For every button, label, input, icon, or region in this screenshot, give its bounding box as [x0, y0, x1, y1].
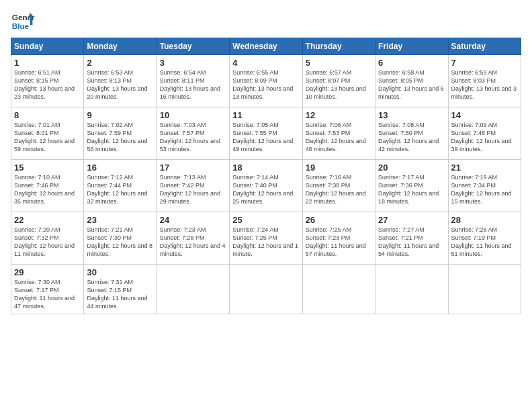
day-info: Sunrise: 7:14 AMSunset: 7:40 PMDaylight:… [232, 173, 299, 206]
day-info: Sunrise: 6:54 AMSunset: 8:11 PMDaylight:… [160, 68, 226, 101]
day-number: 7 [451, 58, 518, 68]
day-info: Sunrise: 7:06 AMSunset: 7:53 PMDaylight:… [306, 121, 372, 154]
logo: General Blue [11, 8, 35, 32]
day-info: Sunrise: 6:58 AMSunset: 8:05 PMDaylight:… [378, 68, 445, 101]
table-row: 7 Sunrise: 6:59 AMSunset: 8:03 PMDayligh… [448, 55, 521, 107]
day-number: 8 [14, 110, 81, 120]
day-number: 11 [232, 110, 299, 120]
table-row: 22 Sunrise: 7:20 AMSunset: 7:32 PMDaylig… [11, 212, 84, 265]
day-info: Sunrise: 7:25 AMSunset: 7:23 PMDaylight:… [306, 226, 372, 259]
day-number: 6 [378, 58, 445, 68]
day-info: Sunrise: 7:12 AMSunset: 7:44 PMDaylight:… [87, 173, 153, 206]
day-number: 16 [87, 163, 153, 173]
table-row: 14 Sunrise: 7:09 AMSunset: 7:48 PMDaylig… [448, 107, 521, 160]
col-sunday: Sunday [11, 38, 84, 55]
col-wednesday: Wednesday [230, 38, 302, 55]
table-row: 19 Sunrise: 7:16 AMSunset: 7:38 PMDaylig… [302, 160, 375, 212]
table-row: 4 Sunrise: 6:55 AMSunset: 8:09 PMDayligh… [230, 55, 302, 107]
day-info: Sunrise: 7:19 AMSunset: 7:34 PMDaylight:… [451, 173, 518, 206]
table-row: 26 Sunrise: 7:25 AMSunset: 7:23 PMDaylig… [302, 212, 375, 265]
table-row: 3 Sunrise: 6:54 AMSunset: 8:11 PMDayligh… [157, 55, 229, 107]
day-info: Sunrise: 6:53 AMSunset: 8:13 PMDaylight:… [87, 68, 153, 101]
table-row [302, 265, 375, 314]
day-number: 20 [378, 163, 445, 173]
day-number: 24 [160, 215, 226, 225]
table-row: 13 Sunrise: 7:08 AMSunset: 7:50 PMDaylig… [375, 107, 448, 160]
day-info: Sunrise: 7:27 AMSunset: 7:21 PMDaylight:… [378, 226, 445, 259]
day-number: 9 [87, 110, 153, 120]
table-row [375, 265, 448, 314]
day-info: Sunrise: 6:55 AMSunset: 8:09 PMDaylight:… [232, 68, 299, 101]
svg-text:Blue: Blue [12, 21, 30, 30]
logo-icon: General Blue [11, 8, 35, 32]
calendar-row: 22 Sunrise: 7:20 AMSunset: 7:32 PMDaylig… [11, 212, 521, 265]
calendar-row: 8 Sunrise: 7:01 AMSunset: 8:01 PMDayligh… [11, 107, 521, 160]
table-row: 11 Sunrise: 7:05 AMSunset: 7:55 PMDaylig… [230, 107, 302, 160]
day-number: 27 [378, 215, 445, 225]
day-info: Sunrise: 7:13 AMSunset: 7:42 PMDaylight:… [160, 173, 226, 206]
day-number: 1 [14, 58, 81, 68]
day-info: Sunrise: 7:02 AMSunset: 7:59 PMDaylight:… [87, 121, 153, 154]
day-number: 13 [378, 110, 445, 120]
table-row: 10 Sunrise: 7:03 AMSunset: 7:57 PMDaylig… [157, 107, 229, 160]
day-info: Sunrise: 7:31 AMSunset: 7:15 PMDaylight:… [87, 278, 153, 311]
day-info: Sunrise: 7:30 AMSunset: 7:17 PMDaylight:… [14, 278, 81, 311]
day-number: 2 [87, 58, 153, 68]
day-number: 15 [14, 163, 81, 173]
day-number: 3 [160, 58, 226, 68]
col-saturday: Saturday [448, 38, 521, 55]
day-info: Sunrise: 6:57 AMSunset: 8:07 PMDaylight:… [306, 68, 372, 101]
table-row: 27 Sunrise: 7:27 AMSunset: 7:21 PMDaylig… [375, 212, 448, 265]
day-info: Sunrise: 7:03 AMSunset: 7:57 PMDaylight:… [160, 121, 226, 154]
day-info: Sunrise: 7:01 AMSunset: 8:01 PMDaylight:… [14, 121, 81, 154]
day-info: Sunrise: 6:59 AMSunset: 8:03 PMDaylight:… [451, 68, 518, 101]
day-number: 5 [306, 58, 372, 68]
col-friday: Friday [375, 38, 448, 55]
day-number: 25 [232, 215, 299, 225]
table-row: 6 Sunrise: 6:58 AMSunset: 8:05 PMDayligh… [375, 55, 448, 107]
day-number: 22 [14, 215, 81, 225]
table-row [157, 265, 229, 314]
day-info: Sunrise: 7:08 AMSunset: 7:50 PMDaylight:… [378, 121, 445, 154]
day-info: Sunrise: 7:17 AMSunset: 7:36 PMDaylight:… [378, 173, 445, 206]
table-row: 18 Sunrise: 7:14 AMSunset: 7:40 PMDaylig… [230, 160, 302, 212]
day-number: 14 [451, 110, 518, 120]
table-row: 21 Sunrise: 7:19 AMSunset: 7:34 PMDaylig… [448, 160, 521, 212]
day-info: Sunrise: 7:24 AMSunset: 7:25 PMDaylight:… [232, 226, 299, 259]
day-info: Sunrise: 6:51 AMSunset: 8:15 PMDaylight:… [14, 68, 81, 101]
table-row [448, 265, 521, 314]
table-row: 17 Sunrise: 7:13 AMSunset: 7:42 PMDaylig… [157, 160, 229, 212]
table-row: 8 Sunrise: 7:01 AMSunset: 8:01 PMDayligh… [11, 107, 84, 160]
col-tuesday: Tuesday [157, 38, 229, 55]
col-monday: Monday [84, 38, 157, 55]
day-number: 17 [160, 163, 226, 173]
table-row: 30 Sunrise: 7:31 AMSunset: 7:15 PMDaylig… [84, 265, 157, 314]
day-info: Sunrise: 7:23 AMSunset: 7:28 PMDaylight:… [160, 226, 226, 259]
calendar-row: 15 Sunrise: 7:10 AMSunset: 7:46 PMDaylig… [11, 160, 521, 212]
calendar-row: 1 Sunrise: 6:51 AMSunset: 8:15 PMDayligh… [11, 55, 521, 107]
day-number: 23 [87, 215, 153, 225]
table-row: 2 Sunrise: 6:53 AMSunset: 8:13 PMDayligh… [84, 55, 157, 107]
calendar-page: General Blue Sunday Monday Tuesday Wedne… [0, 0, 532, 411]
table-row: 24 Sunrise: 7:23 AMSunset: 7:28 PMDaylig… [157, 212, 229, 265]
calendar-row: 29 Sunrise: 7:30 AMSunset: 7:17 PMDaylig… [11, 265, 521, 314]
day-number: 4 [232, 58, 299, 68]
table-row: 20 Sunrise: 7:17 AMSunset: 7:36 PMDaylig… [375, 160, 448, 212]
table-row: 9 Sunrise: 7:02 AMSunset: 7:59 PMDayligh… [84, 107, 157, 160]
day-number: 26 [306, 215, 372, 225]
day-info: Sunrise: 7:20 AMSunset: 7:32 PMDaylight:… [14, 226, 81, 259]
day-info: Sunrise: 7:10 AMSunset: 7:46 PMDaylight:… [14, 173, 81, 206]
table-row: 23 Sunrise: 7:21 AMSunset: 7:30 PMDaylig… [84, 212, 157, 265]
day-number: 28 [451, 215, 518, 225]
day-number: 18 [232, 163, 299, 173]
table-row: 5 Sunrise: 6:57 AMSunset: 8:07 PMDayligh… [302, 55, 375, 107]
day-info: Sunrise: 7:16 AMSunset: 7:38 PMDaylight:… [306, 173, 372, 206]
table-row: 15 Sunrise: 7:10 AMSunset: 7:46 PMDaylig… [11, 160, 84, 212]
day-number: 21 [451, 163, 518, 173]
table-row [230, 265, 302, 314]
calendar-header-row: Sunday Monday Tuesday Wednesday Thursday… [11, 38, 521, 55]
table-row: 25 Sunrise: 7:24 AMSunset: 7:25 PMDaylig… [230, 212, 302, 265]
day-number: 12 [306, 110, 372, 120]
day-number: 19 [306, 163, 372, 173]
day-number: 10 [160, 110, 226, 120]
